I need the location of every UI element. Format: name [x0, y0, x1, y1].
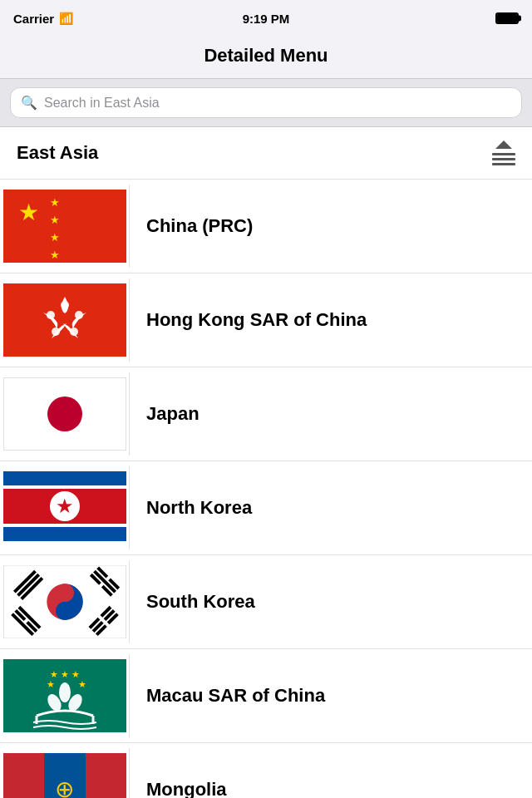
nk-stripe-top — [3, 485, 126, 489]
list-item[interactable]: ⊕ Mongolia — [0, 743, 532, 798]
nk-stripe-bottom — [3, 524, 126, 527]
country-name: Japan — [130, 403, 532, 425]
battery-container — [495, 12, 519, 24]
country-name: South Korea — [130, 591, 532, 613]
mongolia-flag: ⊕ — [3, 753, 126, 798]
flag-container — [0, 560, 130, 643]
country-name: Hong Kong SAR of China — [130, 309, 532, 331]
page-title: Detailed Menu — [204, 45, 328, 66]
macau-flag-svg: ★ ★ ★ ★ ★ — [3, 659, 126, 732]
flag-container — [0, 372, 130, 456]
search-bar[interactable]: 🔍 Search in East Asia — [10, 87, 522, 118]
status-time: 9:19 PM — [243, 12, 290, 26]
sk-flag-svg — [4, 565, 126, 638]
carrier-label: Carrier — [13, 12, 54, 26]
nk-flag: ★ — [3, 471, 126, 544]
mn-soyombo: ⊕ — [55, 778, 74, 798]
svg-text:★ ★ ★: ★ ★ ★ — [49, 669, 79, 679]
list-item[interactable]: ★ ★ ★ ★ ★ China (PRC) — [0, 180, 532, 273]
flag-container: ★ ★ ★ ★ ★ — [0, 654, 130, 737]
mn-red-right — [86, 753, 126, 798]
sort-menu-icon[interactable] — [492, 140, 515, 165]
nk-star: ★ — [56, 496, 74, 516]
battery-icon — [495, 12, 519, 24]
nk-blue-top — [3, 471, 126, 485]
list-item[interactable]: Japan — [0, 367, 532, 461]
country-name: Macau SAR of China — [130, 685, 532, 707]
wifi-icon: 📶 — [59, 12, 73, 25]
flag-container: ★ — [0, 466, 130, 549]
search-icon: 🔍 — [21, 95, 37, 111]
list-item[interactable]: Hong Kong SAR of China — [0, 273, 532, 367]
country-name: Mongolia — [130, 779, 532, 798]
section-title: East Asia — [17, 142, 98, 164]
status-bar: Carrier 📶 9:19 PM — [0, 0, 532, 37]
list-item[interactable]: ★ North Korea — [0, 461, 532, 555]
hk-flag-svg — [3, 283, 126, 357]
list-item[interactable]: ★ ★ ★ ★ ★ — [0, 649, 532, 743]
star-large: ★ — [18, 201, 39, 224]
country-name: North Korea — [130, 497, 532, 519]
carrier-info: Carrier 📶 — [13, 12, 73, 26]
mn-blue-mid: ⊕ — [44, 753, 86, 798]
nk-red-mid: ★ — [3, 485, 126, 527]
svg-text:★: ★ — [47, 679, 55, 689]
svg-text:★: ★ — [78, 679, 86, 689]
flag-container: ★ ★ ★ ★ ★ — [0, 185, 130, 268]
section-header: East Asia — [0, 127, 532, 180]
triangle-up-icon — [495, 140, 512, 149]
svg-point-32 — [59, 682, 71, 702]
country-list: ★ ★ ★ ★ ★ China (PRC) — [0, 180, 532, 798]
flag-container — [0, 278, 130, 362]
list-item[interactable]: South Korea — [0, 555, 532, 649]
svg-rect-0 — [3, 283, 126, 357]
flag-container: ⊕ — [0, 748, 130, 798]
macau-flag: ★ ★ ★ ★ ★ — [3, 659, 126, 732]
japan-flag — [3, 377, 126, 451]
china-flag: ★ ★ ★ ★ ★ — [3, 190, 126, 263]
stars-small: ★ ★ ★ ★ — [50, 196, 60, 261]
nk-blue-bot — [3, 527, 126, 541]
search-placeholder: Search in East Asia — [44, 96, 160, 111]
japan-circle — [47, 397, 82, 431]
search-container: 🔍 Search in East Asia — [0, 79, 532, 127]
sk-flag — [3, 565, 126, 638]
svg-point-26 — [56, 584, 74, 602]
nk-circle: ★ — [50, 491, 80, 521]
mn-red-left — [3, 753, 44, 798]
hamburger-icon — [492, 153, 515, 165]
navigation-bar: Detailed Menu — [0, 37, 532, 79]
hk-flag — [3, 283, 126, 357]
country-name: China (PRC) — [130, 215, 532, 237]
svg-point-27 — [56, 602, 74, 620]
